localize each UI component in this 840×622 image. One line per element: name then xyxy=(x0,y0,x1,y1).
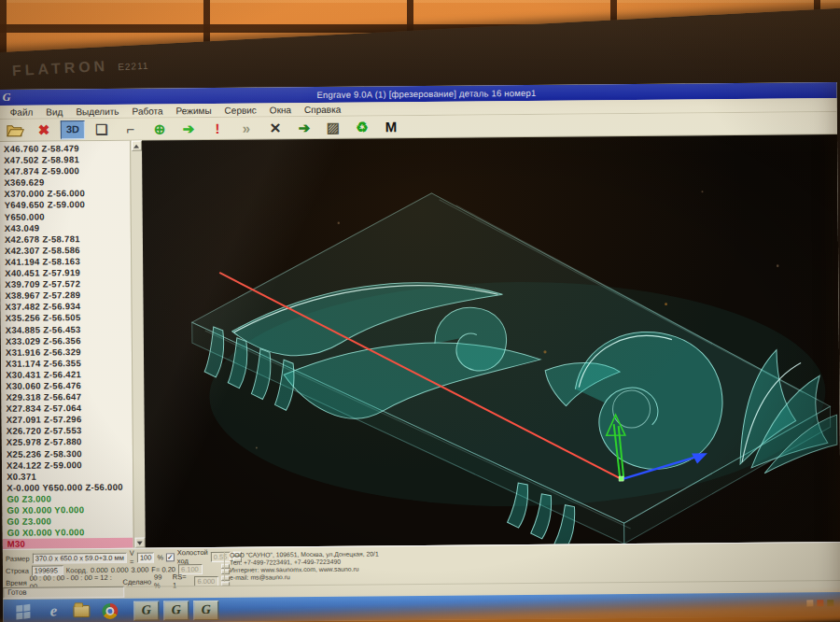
menu-item-4[interactable]: Работа xyxy=(126,106,170,116)
macro-m-icon[interactable]: M xyxy=(379,118,403,136)
time-label: Время xyxy=(6,578,27,587)
system-tray[interactable] xyxy=(806,600,833,606)
coord-z: 3.000 xyxy=(132,565,149,573)
menu-item-6[interactable]: Сервис xyxy=(218,105,263,115)
monitor-brand: FLATRON E2211 xyxy=(12,56,149,80)
speed-field[interactable]: 100 xyxy=(137,552,155,562)
main-area: X46.760 Z-58.479X47.502 Z-58.981X47.874 … xyxy=(0,134,840,549)
menu-item-1[interactable]: Файл xyxy=(4,106,40,117)
idle-run-checkbox[interactable]: ✓ xyxy=(166,553,175,561)
hatch-fill-icon[interactable]: ▨ xyxy=(321,118,345,136)
stop-job-icon[interactable]: ! xyxy=(205,119,230,137)
wireframe-box-icon[interactable]: ❑ xyxy=(90,120,114,138)
tray-icon[interactable] xyxy=(806,600,813,606)
ready-status: Готов xyxy=(3,587,124,599)
view-3d-button[interactable]: 3D xyxy=(61,120,85,139)
status-row-size: Размер 370.0 x 650.0 x 59.0+3.0 мм V = 1… xyxy=(6,551,230,564)
menu-item-7[interactable]: Окна xyxy=(263,105,298,115)
app-icon: G xyxy=(3,91,11,105)
fast-forward-icon[interactable]: » xyxy=(234,119,259,137)
tray-icon[interactable] xyxy=(817,600,823,606)
taskbar-app-engrave-3[interactable]: G xyxy=(193,600,218,619)
company-info-line: e-mail: ms@sauno.ru xyxy=(230,572,476,581)
scroll-down-icon[interactable] xyxy=(134,538,145,548)
percent-label: % xyxy=(157,553,163,561)
resume-icon[interactable]: ➔ xyxy=(292,118,316,136)
cancel-icon[interactable]: ✕ xyxy=(263,119,287,137)
menu-item-3[interactable]: Выделить xyxy=(69,106,125,117)
3d-viewport[interactable] xyxy=(142,134,840,547)
tool-origin-marker xyxy=(619,476,623,481)
ornament-toolpaths xyxy=(203,279,837,548)
done-label: Сделано xyxy=(122,577,151,586)
go-to-zero-icon[interactable]: ⊕ xyxy=(147,120,172,138)
tray-icon[interactable] xyxy=(827,600,833,606)
internet-explorer-icon[interactable]: e xyxy=(42,601,64,621)
size-label: Размер xyxy=(6,554,30,562)
status-bar: Размер 370.0 x 650.0 x 59.0+3.0 мм V = 1… xyxy=(3,542,840,600)
taskbar-app-buttons: GGG xyxy=(133,600,218,620)
gcode-list-panel[interactable]: X46.760 Z-58.479X47.502 Z-58.981X47.874 … xyxy=(0,141,133,549)
brand-model: E2211 xyxy=(118,61,149,73)
start-button[interactable] xyxy=(8,601,36,622)
menu-item-8[interactable]: Справка xyxy=(298,104,347,114)
taskbar-app-engrave-2[interactable]: G xyxy=(163,601,189,620)
recycle-icon[interactable]: ♻ xyxy=(350,118,374,136)
idle-run-label: Холостой ход xyxy=(177,548,208,565)
taskbar-app-engrave-1[interactable]: G xyxy=(133,601,159,620)
toolpath-3d-scene xyxy=(142,134,840,547)
brand-name: FLATRON xyxy=(12,58,109,79)
speed-label: V = xyxy=(130,549,134,566)
region-select-icon[interactable]: ⌐ xyxy=(119,120,143,138)
file-explorer-icon[interactable] xyxy=(70,601,92,621)
line-label: Строка xyxy=(6,566,29,574)
company-info: ООО "САУНО", 109651, Москва, ул.Донецкая… xyxy=(224,549,476,581)
screen-content: G Engrave 9.0A (1) [фрезерование] деталь… xyxy=(0,82,840,622)
chrome-icon[interactable] xyxy=(98,601,120,621)
size-field[interactable]: 370.0 x 650.0 x 59.0+3.0 мм xyxy=(33,552,127,563)
open-file-icon[interactable] xyxy=(3,120,27,139)
menu-item-5[interactable]: Режимы xyxy=(170,105,218,115)
start-job-icon[interactable]: ➔ xyxy=(176,120,201,138)
gcode-line: X-0.000 Y650.000 Z-56.000 xyxy=(7,482,133,494)
delete-job-icon[interactable]: ✖ xyxy=(32,120,56,139)
windows-logo-icon xyxy=(16,603,30,619)
scroll-up-icon[interactable] xyxy=(132,141,142,151)
menu-item-2[interactable]: Вид xyxy=(39,106,69,117)
photo-of-monitor: FLATRON E2211 G Engrave 9.0A (1) [фрезер… xyxy=(0,0,840,622)
